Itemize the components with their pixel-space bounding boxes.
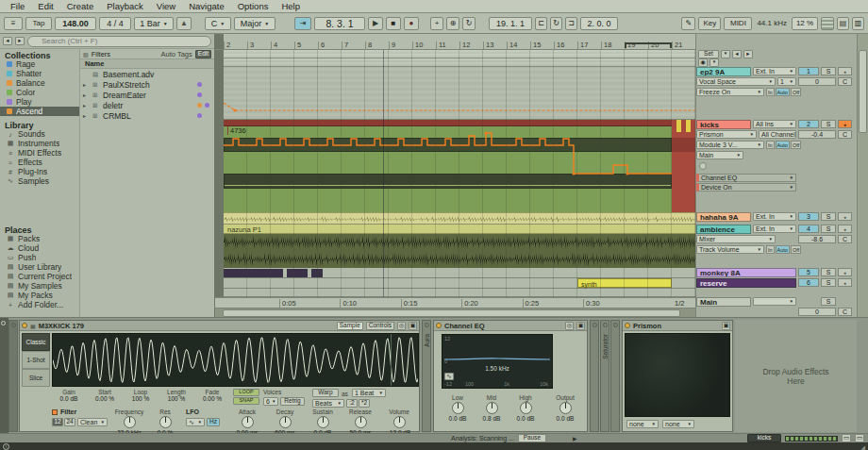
- menu-item[interactable]: Navigate: [182, 1, 231, 11]
- draw-mode-icon[interactable]: ✎: [681, 17, 695, 30]
- kicks-channel-dropdown[interactable]: All Channels▼: [759, 130, 796, 139]
- resize-grip-icon[interactable]: ◢: [860, 443, 865, 450]
- loop-start-field[interactable]: 19. 1. 1: [489, 17, 532, 30]
- eq-high-knob[interactable]: High0.0 dB: [509, 394, 542, 423]
- track-lane-kicks[interactable]: 4736: [224, 120, 695, 212]
- hot-swap-icon[interactable]: ▦: [30, 323, 36, 329]
- tab-sample[interactable]: Sample: [337, 322, 363, 330]
- time-ruler[interactable]: 0:050:100:150:200:250:30 1/2: [215, 297, 695, 308]
- main-volume-field[interactable]: 0: [798, 308, 836, 316]
- loop-toggle[interactable]: LOOP: [233, 389, 259, 396]
- play-button[interactable]: ▶: [368, 17, 383, 30]
- kicks-monitor-off[interactable]: Off: [791, 141, 801, 149]
- automation-lane-channel-eq[interactable]: Channel EQ▼: [696, 174, 796, 182]
- track-lane-hahaha[interactable]: [224, 212, 695, 225]
- history-back-button[interactable]: ◂: [3, 37, 12, 45]
- warp-length-dropdown[interactable]: 1 Beat▼: [352, 389, 386, 397]
- ep2-param-chooser[interactable]: Freeze On▼: [696, 88, 764, 96]
- places-item[interactable]: ▤ My Packs: [0, 291, 79, 300]
- filter-toggle[interactable]: [52, 409, 58, 415]
- vertical-scrollbar-thumb[interactable]: [859, 50, 867, 133]
- monkey-clip[interactable]: [311, 269, 323, 277]
- metronome-icon[interactable]: ▲: [176, 17, 192, 30]
- vertical-scrollbar[interactable]: [857, 34, 868, 317]
- library-item[interactable]: ♪ Sounds: [0, 129, 79, 139]
- ambience-clip-header[interactable]: nazuna P1: [224, 225, 695, 234]
- sampler-title-bar[interactable]: ▦ M3XKICK 179 Sample Controls ◎ ▣: [20, 321, 419, 331]
- mode-classic-tab[interactable]: Classic: [22, 333, 50, 351]
- monkey-clip[interactable]: [224, 269, 283, 277]
- eq-output-knob[interactable]: Output0.0 dB: [547, 394, 583, 423]
- eq-title-bar[interactable]: Channel EQ ◎ ▣: [434, 321, 587, 331]
- collection-item[interactable]: Color: [0, 88, 79, 97]
- warp-mode-dropdown[interactable]: Beats▼: [312, 399, 344, 408]
- library-item[interactable]: ≈ Effects: [0, 158, 79, 167]
- add-automation-lane-button[interactable]: [699, 162, 707, 170]
- expand-arrow-icon[interactable]: ▸: [83, 92, 90, 98]
- follow-button[interactable]: ⇥: [294, 17, 311, 30]
- synth-clip[interactable]: synth: [577, 278, 672, 288]
- track-name-main[interactable]: Main: [696, 297, 751, 307]
- double-tempo-button[interactable]: *2: [359, 399, 370, 408]
- retrig-toggle[interactable]: Retrig: [280, 397, 305, 406]
- library-item[interactable]: ∿ Samples: [0, 176, 79, 186]
- ep2-channel-dropdown[interactable]: 1▼: [777, 77, 796, 86]
- hahaha-solo-button[interactable]: S: [821, 212, 836, 221]
- track-name-ambience[interactable]: ambience: [696, 225, 751, 234]
- track-name-ep2[interactable]: ep2 9A: [696, 67, 751, 76]
- places-item[interactable]: ▭ Push: [0, 253, 79, 262]
- tab-controls[interactable]: Controls: [366, 322, 394, 330]
- track-lane-ambience[interactable]: nazuna P1: [224, 225, 695, 268]
- overview-toggle-icon[interactable]: ▤: [837, 17, 849, 30]
- overdub-button[interactable]: ⊕: [446, 17, 459, 30]
- menu-item[interactable]: Edit: [31, 1, 59, 11]
- collection-item[interactable]: Ascend: [0, 107, 79, 116]
- browser-list-item[interactable]: ▸ ⊞ CRMBL: [80, 110, 214, 121]
- reserve-activator[interactable]: 6: [798, 278, 819, 287]
- param-loop[interactable]: Loop100 %: [124, 389, 158, 403]
- ep2-monitor-off[interactable]: Off: [791, 88, 801, 96]
- tempo-field[interactable]: 148.00: [55, 17, 96, 30]
- filter-circuit-dropdown[interactable]: Clean▼: [77, 418, 108, 426]
- ep2-pan-field[interactable]: C: [838, 77, 852, 86]
- automation-lane-device-on[interactable]: Device On▼: [696, 183, 796, 192]
- ambience-input-dropdown[interactable]: Ext. In▼: [753, 225, 796, 233]
- device-view-selector[interactable]: [0, 318, 8, 434]
- menu-item[interactable]: File: [4, 1, 31, 11]
- param-length[interactable]: Length100 %: [159, 389, 193, 403]
- track-lane-ep2[interactable]: [224, 67, 695, 120]
- monkey-activator[interactable]: 5: [798, 268, 819, 276]
- mode-oneshot-tab[interactable]: 1-Shot: [22, 351, 50, 369]
- places-item[interactable]: ☁ Cloud: [0, 243, 79, 253]
- link-routing-icon[interactable]: ≡: [4, 17, 23, 30]
- device-on-button[interactable]: [22, 323, 27, 328]
- browser-list-item[interactable]: ▸ ⊞ DreamEater: [80, 90, 214, 100]
- scrub-lane[interactable]: [224, 50, 695, 58]
- kicks-automation-line[interactable]: [224, 120, 672, 212]
- kicks-device-chooser[interactable]: Prismon▼: [696, 130, 757, 139]
- next-locator-icon[interactable]: ▸: [743, 50, 753, 58]
- ambience-volume-field[interactable]: -8.6: [798, 235, 836, 243]
- selected-track-badge[interactable]: kicks: [747, 434, 781, 442]
- marker-lane[interactable]: [224, 58, 695, 67]
- set-locator-button[interactable]: Set: [698, 50, 719, 58]
- record-button[interactable]: ●: [404, 17, 419, 30]
- lfo-wave-dropdown[interactable]: ∿▼: [186, 418, 205, 426]
- marker-icon[interactable]: ◉: [698, 58, 708, 67]
- mode-slice-tab[interactable]: Slice: [22, 369, 50, 387]
- fold-icon[interactable]: ▣: [722, 322, 730, 330]
- filter-slope-24[interactable]: 24: [64, 418, 75, 426]
- empty-lane[interactable]: [224, 289, 695, 297]
- ambience-arm-button[interactable]: ●: [838, 225, 852, 233]
- kicks-arm-button[interactable]: ●: [838, 120, 852, 128]
- meter-option-button[interactable]: ▭: [842, 434, 851, 442]
- param-fade[interactable]: Fade0.00 %: [195, 389, 229, 403]
- collapsed-device-strip[interactable]: [610, 320, 620, 432]
- ambience-activator[interactable]: 4: [798, 225, 819, 233]
- kicks-monitor-in[interactable]: In: [766, 141, 775, 149]
- ambience-monitor-off[interactable]: Off: [791, 245, 801, 254]
- voices-dropdown[interactable]: 6▼: [263, 397, 278, 406]
- prismon-display[interactable]: [625, 333, 730, 417]
- track-name-hahaha[interactable]: hahaha 9A: [696, 212, 751, 222]
- edit-tags-button[interactable]: Edit: [195, 50, 211, 58]
